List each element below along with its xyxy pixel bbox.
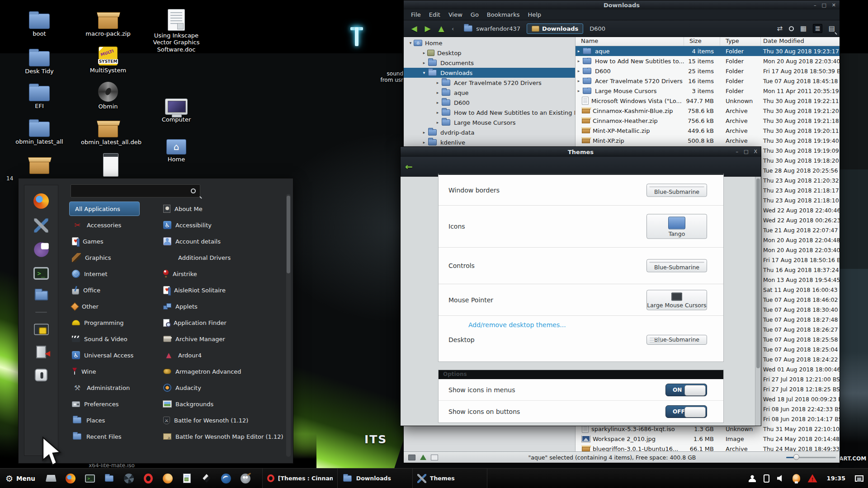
desktop-icon-glyph[interactable] (98, 124, 118, 137)
clock[interactable]: 19:35 (827, 475, 845, 482)
desktop-icon-glyph[interactable] (29, 14, 50, 29)
expander-icon[interactable]: ▸ (434, 120, 441, 125)
desktop-icon-glyph[interactable] (98, 15, 118, 29)
favorite-app-icon[interactable] (34, 291, 47, 300)
menu-category-item[interactable]: Accessories (72, 218, 149, 232)
theme-picker-button[interactable]: Blue-Submarine (646, 335, 707, 345)
sidebar-tree-item[interactable]: ▸ Documents (404, 58, 575, 68)
fm-menu-item[interactable]: View (445, 10, 466, 19)
menu-app-item[interactable]: Applets (163, 299, 294, 314)
menu-scrollbar[interactable] (286, 194, 291, 457)
favorite-app-icon[interactable] (36, 346, 46, 358)
menu-category-item[interactable]: Sound & Video (72, 332, 149, 346)
column-header-size[interactable]: Size (684, 37, 720, 46)
menu-app-item[interactable]: About Me (163, 202, 294, 216)
search-icon[interactable] (789, 26, 794, 31)
desktop-icon-glyph[interactable] (98, 82, 118, 102)
fm-menu-item[interactable]: File (407, 10, 425, 19)
theme-picker-button[interactable]: Large Mouse Cursors (646, 290, 707, 310)
menu-app-item[interactable]: AisleRiot Solitaire (163, 283, 294, 297)
menu-app-item[interactable]: Battle for Wesnoth Map Editor (1.12) (163, 429, 294, 444)
window-list-button[interactable]: Downloads (337, 469, 412, 488)
desktop-icon[interactable]: macro-pack.zip (81, 10, 135, 37)
menu-app-item[interactable]: Application Finder (163, 315, 294, 330)
fm-close-button[interactable]: ✕ (832, 2, 836, 8)
theme-picker-button[interactable]: Tango (646, 214, 707, 239)
desktop-icon-glyph[interactable] (29, 122, 50, 137)
workspace-switcher-icon[interactable] (855, 475, 863, 482)
desktop-icon[interactable]: Computer (149, 97, 203, 123)
sidebar-tree-item[interactable]: ▸ aque (404, 88, 575, 98)
tray-icon[interactable] (764, 474, 769, 483)
table-row[interactable]: bluegriffon-3.0.1-Ubuntu16... 66.1 MB Ar… (576, 444, 840, 452)
expander-icon[interactable]: ▾ (407, 41, 414, 45)
menu-app-item[interactable]: Accessibility (163, 218, 294, 232)
theme-picker-button[interactable]: Blue-Submarine (646, 183, 707, 197)
window-list-button[interactable]: [Themes : Cinnam... (262, 469, 337, 488)
status-tree-icon[interactable] (420, 455, 426, 460)
desktop-icon[interactable]: MultiSystem (81, 47, 135, 74)
taskbar-menu-button[interactable]: ⚙ Menu (0, 469, 42, 488)
favorite-app-icon[interactable] (34, 219, 48, 233)
desktop-icon[interactable]: obmin_latest_all.deb (81, 118, 135, 145)
zoom-slider-knob[interactable] (793, 454, 799, 460)
menu-app-item[interactable]: Battle for Wesnoth (1.12) (163, 413, 294, 427)
expander-icon[interactable]: ▸ (576, 59, 582, 63)
sidebar-tree-item[interactable]: ▾ Downloads (404, 68, 575, 78)
launcher-button[interactable] (200, 474, 213, 483)
breadcrumb-current[interactable]: Downloads (527, 23, 583, 34)
themes-scrollbar[interactable] (755, 177, 761, 426)
fm-menu-item[interactable]: Bookmarks (483, 10, 524, 19)
table-row[interactable]: Workspace 2_010.jpg 1.6 MB Image Thu 24 … (576, 434, 840, 444)
menu-category-item[interactable]: Graphics (72, 250, 149, 265)
launcher-button[interactable] (64, 474, 77, 483)
tray-icon[interactable] (777, 475, 785, 482)
menu-app-item[interactable]: Account details (163, 234, 294, 249)
breadcrumb-child[interactable]: D600 (585, 24, 610, 33)
desktop-icon-glyph[interactable] (29, 86, 50, 101)
desktop-icon[interactable]: boot (12, 10, 66, 37)
favorite-app-icon[interactable] (34, 242, 49, 257)
fm-titlebar[interactable]: Downloads – □ ✕ (404, 0, 840, 9)
sidebar-tree-item[interactable]: ▸ kdenlive (404, 137, 575, 147)
menu-category-item[interactable]: All Applications (69, 202, 140, 216)
menu-category-item[interactable]: Games (72, 234, 149, 249)
launcher-button[interactable] (122, 474, 136, 483)
fm-menu-item[interactable]: Edit (425, 10, 444, 19)
back-icon[interactable]: ← (405, 161, 413, 172)
desktop-icon-glyph[interactable] (103, 153, 118, 177)
expander-icon[interactable]: ▸ (434, 80, 441, 85)
breadcrumb-collapse-icon[interactable]: ‹ (452, 25, 454, 32)
desktop-icon-glyph[interactable] (29, 51, 50, 66)
table-row[interactable]: Microsoft Windows Vista ("Lo... 947.7 MB… (576, 96, 840, 106)
themes-minimize-button[interactable]: – (736, 149, 739, 155)
fm-menu-item[interactable]: Help (524, 10, 545, 19)
sidebar-tree-item[interactable]: ▸ Desktop (404, 48, 575, 58)
column-header-date[interactable]: Date Modified (761, 37, 840, 46)
favorite-app-icon[interactable] (33, 267, 49, 280)
menu-app-item[interactable]: Ardour4 (163, 348, 294, 362)
table-row[interactable]: Cinnamox-Kashmir-Blue.zip 758.6 kB Archi… (576, 106, 840, 116)
menu-app-item[interactable]: Airstrike (163, 267, 294, 281)
menu-category-item[interactable]: Office (72, 283, 149, 297)
desktop-icon[interactable] (84, 153, 138, 178)
desktop-icon[interactable]: EFI (12, 82, 66, 109)
expander-icon[interactable]: ▸ (434, 90, 441, 95)
tray-icon[interactable] (749, 475, 756, 482)
sidebar-tree-item[interactable]: ▸ Acer Travelmate 5720 Drivers (404, 78, 575, 88)
menu-category-item[interactable]: Universal Access (72, 348, 149, 362)
menu-category-item[interactable]: Places (72, 413, 149, 427)
favorite-app-icon[interactable] (35, 312, 47, 313)
menu-app-item[interactable]: Additional Drivers (163, 250, 294, 265)
fm-minimize-button[interactable]: – (814, 2, 816, 8)
sidebar-tree-item[interactable]: ▸ Large Mouse Cursors (404, 117, 575, 127)
expander-icon[interactable]: ▸ (576, 89, 582, 93)
fm-maximize-button[interactable]: □ (821, 2, 826, 8)
desktop-icon-glyph[interactable] (99, 47, 118, 66)
forward-icon[interactable]: ▶ (422, 24, 434, 33)
launcher-button[interactable] (103, 475, 116, 482)
compact-view-icon[interactable]: ▤ (829, 24, 835, 33)
zoom-slider[interactable] (786, 454, 836, 460)
expander-icon[interactable]: ▸ (576, 49, 582, 53)
desktop-icon-glyph[interactable] (165, 99, 188, 115)
